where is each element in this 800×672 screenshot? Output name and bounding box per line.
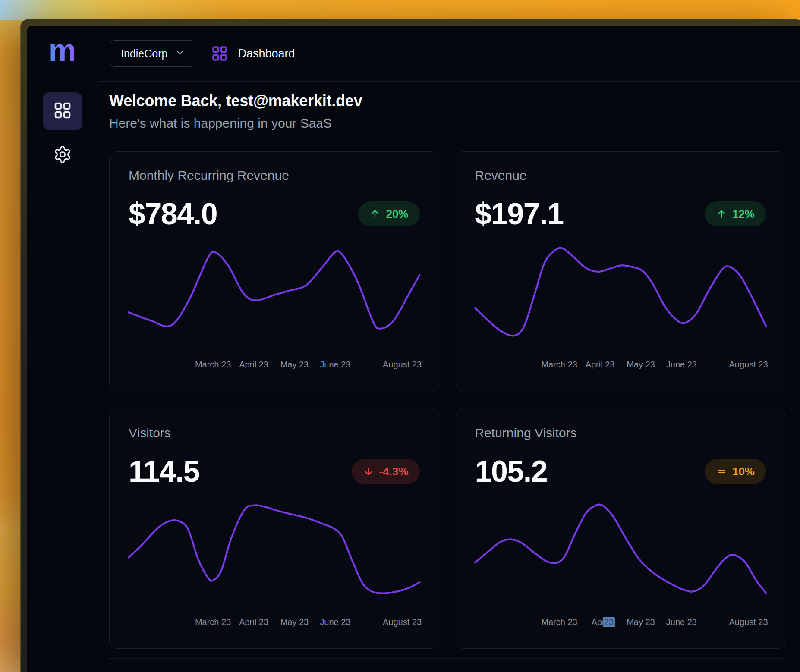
x-axis-label: April 23 [239,360,268,370]
metric-title: Returning Visitors [475,426,766,440]
metric-title: Monthly Recurring Revenue [129,168,420,183]
trend-badge: 10% [705,459,766,484]
metric-value: 105.2 [475,454,548,489]
top-bar: IndieCorp Dashboard [98,26,800,82]
desktop-wallpaper-top [0,0,800,20]
x-axis-label: August 23 [383,360,422,370]
metric-value: $197.1 [475,197,564,231]
x-axis-label: April 23 [592,617,609,627]
metric-card: Revenue $197.1 12% March 23April 23May 2… [456,151,786,391]
breadcrumb: Dashboard [211,45,295,62]
text-selection: 23 [602,617,614,627]
x-axis-label: April 23 [586,360,615,370]
x-axis-label: August 23 [729,617,768,627]
x-axis-label: August 23 [729,360,768,370]
metric-value-row: 114.5 -4.3% [129,454,420,489]
chart-line [475,247,766,337]
sidebar-item-settings[interactable] [43,141,82,169]
layout-grid-icon [53,101,72,122]
chevron-down-icon [175,47,185,60]
equals-icon [716,466,727,477]
dashboard-content: Welcome Back, test@makerkit.dev Here's w… [98,82,800,672]
makerkit-logo: m [48,35,76,66]
metric-value-row: $784.0 20% [129,197,420,231]
chart-line [129,504,420,595]
sidebar-item-dashboard[interactable] [43,92,82,130]
line-chart: March 23April 23May 23June 23August 23 [129,235,420,378]
trend-delta: 20% [386,207,408,221]
metric-value-row: $197.1 12% [475,197,766,231]
metric-value: 114.5 [129,454,199,489]
dashboard-grid-icon [211,45,228,62]
main-column: IndieCorp Dashboard Welcome Back, test@m… [98,26,800,672]
chart-line [475,504,766,595]
metric-cards-grid: Monthly Recurring Revenue $784.0 20% Mar… [109,151,785,649]
chart-x-axis-labels: March 23April 23May 23June 23August 23 [129,360,420,371]
gear-icon [53,145,72,166]
next-row-divider [109,658,786,659]
chart-x-axis-labels: March 23April 23May 23June 23August 23 [475,360,766,371]
x-axis-label: May 23 [280,617,309,627]
x-axis-label: August 23 [383,617,422,627]
metric-value: $784.0 [129,197,217,231]
sidebar: m [27,26,98,672]
x-axis-label: May 23 [627,360,655,370]
welcome-title: Welcome Back, test@makerkit.dev [109,92,786,110]
x-axis-label: March 23 [195,617,231,627]
metric-card: Monthly Recurring Revenue $784.0 20% Mar… [109,151,439,391]
metric-value-row: 105.2 10% [475,454,766,489]
x-axis-label: June 23 [666,617,697,627]
page-title: Dashboard [238,47,295,60]
sidebar-nav [43,92,82,169]
trend-badge: 12% [705,201,766,226]
x-axis-label: April 23 [239,617,268,627]
trend-badge: 20% [358,201,419,226]
arrow-up-icon [716,208,727,220]
x-axis-label: March 23 [541,617,577,627]
trend-delta: -4.3% [379,465,409,478]
x-axis-label: June 23 [320,617,350,627]
metric-title: Revenue [475,168,766,183]
trend-delta: 10% [732,465,755,478]
x-axis-label: June 23 [320,360,350,370]
line-chart: March 23April 23May 23June 23August 23 [475,235,766,378]
line-chart: March 23April 23May 23June 23August 23 [129,492,420,635]
x-axis-label: June 23 [666,360,697,370]
x-axis-label: May 23 [280,360,309,370]
metric-title: Visitors [129,426,420,440]
metric-card: Visitors 114.5 -4.3% March 23April 23May… [109,409,439,649]
metric-card: Returning Visitors 105.2 10% March 23Apr… [456,409,786,649]
arrow-up-icon [369,208,381,220]
x-axis-label: May 23 [627,617,655,627]
x-axis-label: March 23 [195,360,231,370]
app-window: m [20,19,800,672]
chart-x-axis-labels: March 23April 23May 23June 23August 23 [475,617,766,628]
trend-delta: 12% [732,207,755,221]
welcome-subtitle: Here's what is happening in your SaaS [109,116,786,131]
trend-badge: -4.3% [352,459,420,484]
x-axis-label: March 23 [541,360,577,370]
chart-line [129,247,420,337]
line-chart: March 23April 23May 23June 23August 23 [475,492,766,635]
arrow-down-icon [363,466,374,477]
team-selector-label: IndieCorp [121,47,167,60]
chart-x-axis-labels: March 23April 23May 23June 23August 23 [129,617,420,628]
team-selector-button[interactable]: IndieCorp [110,40,195,67]
app-surface: m [27,26,800,672]
